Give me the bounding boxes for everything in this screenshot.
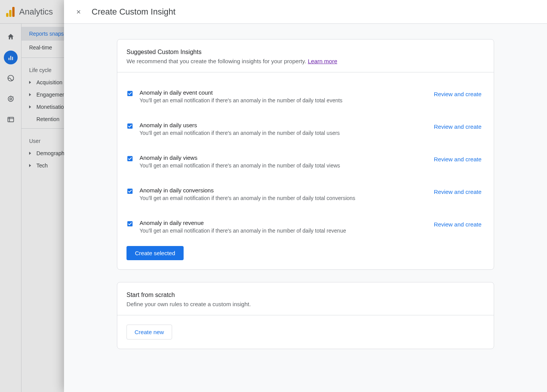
advertising-icon[interactable] (4, 92, 18, 106)
caret-right-icon (29, 93, 31, 96)
insight-desc: You'll get an email notification if ther… (140, 195, 425, 201)
nav-item-label: Acquisition (36, 79, 62, 85)
nav-item-label: Tech (36, 162, 48, 169)
explore-icon[interactable] (4, 71, 18, 85)
insight-title: Anomaly in daily views (140, 154, 425, 161)
checkbox-checked-icon (126, 188, 133, 195)
insight-desc: You'll get an email notification if ther… (140, 97, 425, 103)
review-and-create-button[interactable]: Review and create (431, 154, 485, 164)
close-button[interactable] (73, 7, 84, 17)
card-heading: Suggested Custom Insights (126, 49, 485, 56)
insight-text: Anomaly in daily viewsYou'll get an emai… (140, 154, 425, 169)
insight-text: Anomaly in daily usersYou'll get an emai… (140, 122, 425, 136)
insight-checkbox[interactable] (126, 188, 133, 195)
insight-checkbox[interactable] (126, 220, 133, 227)
nav-item-label: Engagement (36, 92, 67, 98)
insight-row: Anomaly in daily revenueYou'll get an em… (126, 210, 485, 243)
card-header: Suggested Custom Insights We recommend t… (117, 39, 494, 72)
create-insight-panel: Create Custom Insight Suggested Custom I… (64, 0, 547, 392)
insight-checkbox[interactable] (126, 90, 133, 97)
review-and-create-button[interactable]: Review and create (431, 220, 485, 229)
analytics-logo-icon (6, 7, 15, 17)
configure-icon[interactable] (4, 113, 18, 126)
start-from-scratch-card: Start from scratch Define your own rules… (117, 282, 494, 349)
insight-row: Anomaly in daily viewsYou'll get an emai… (126, 145, 485, 178)
insight-desc: You'll get an email notification if ther… (140, 228, 425, 234)
reports-icon[interactable] (4, 51, 18, 64)
app-title: Analytics (19, 7, 53, 17)
insight-text: Anomaly in daily revenueYou'll get an em… (140, 220, 425, 234)
insight-text: Anomaly in daily event countYou'll get a… (140, 89, 425, 103)
nav-item-label: Real-time (29, 44, 52, 51)
insight-desc: You'll get an email notification if ther… (140, 162, 425, 169)
review-and-create-button[interactable]: Review and create (431, 122, 485, 131)
home-icon[interactable] (4, 30, 18, 44)
insight-row: Anomaly in daily usersYou'll get an emai… (126, 113, 485, 145)
suggested-insights-card: Suggested Custom Insights We recommend t… (117, 39, 494, 270)
svg-rect-3 (8, 117, 13, 122)
insight-checkbox[interactable] (126, 155, 133, 162)
create-new-button[interactable]: Create new (126, 325, 172, 340)
insight-title: Anomaly in daily revenue (140, 220, 425, 226)
panel-header: Create Custom Insight (64, 0, 547, 24)
svg-point-2 (10, 98, 11, 100)
insight-row: Anomaly in daily conversionsYou'll get a… (126, 178, 485, 210)
insight-title: Anomaly in daily conversions (140, 187, 425, 194)
insight-checkbox[interactable] (126, 123, 133, 130)
caret-right-icon (29, 152, 31, 155)
checkbox-checked-icon (126, 155, 133, 162)
insight-text: Anomaly in daily conversionsYou'll get a… (140, 187, 425, 201)
caret-right-icon (29, 164, 31, 167)
card-header: Start from scratch Define your own rules… (117, 282, 494, 315)
card-subtext-text: We recommend that you create the followi… (126, 58, 308, 64)
card-heading: Start from scratch (126, 292, 485, 299)
caret-right-icon (29, 81, 31, 84)
insight-desc: You'll get an email notification if ther… (140, 130, 425, 136)
checkbox-checked-icon (126, 90, 133, 97)
close-icon (76, 8, 82, 15)
review-and-create-button[interactable]: Review and create (431, 187, 485, 197)
panel-body: Suggested Custom Insights We recommend t… (64, 24, 547, 392)
nav-item-label: Retention (36, 116, 59, 122)
create-selected-button[interactable]: Create selected (126, 246, 184, 260)
insight-title: Anomaly in daily event count (140, 89, 425, 96)
panel-title: Create Custom Insight (92, 7, 176, 17)
checkbox-checked-icon (126, 123, 133, 130)
card-subtext: We recommend that you create the followi… (126, 58, 485, 64)
caret-right-icon (29, 105, 31, 108)
card-body: Create new (117, 315, 494, 349)
insight-row: Anomaly in daily event countYou'll get a… (126, 80, 485, 113)
learn-more-link[interactable]: Learn more (308, 58, 337, 64)
insight-title: Anomaly in daily users (140, 122, 425, 128)
review-and-create-button[interactable]: Review and create (431, 89, 485, 99)
nav-item-label: Monetisation (36, 104, 67, 110)
checkbox-checked-icon (126, 220, 133, 227)
insight-list: Anomaly in daily event countYou'll get a… (117, 72, 494, 269)
card-subtext: Define your own rules to create a custom… (126, 301, 485, 307)
icon-rail (0, 24, 21, 392)
